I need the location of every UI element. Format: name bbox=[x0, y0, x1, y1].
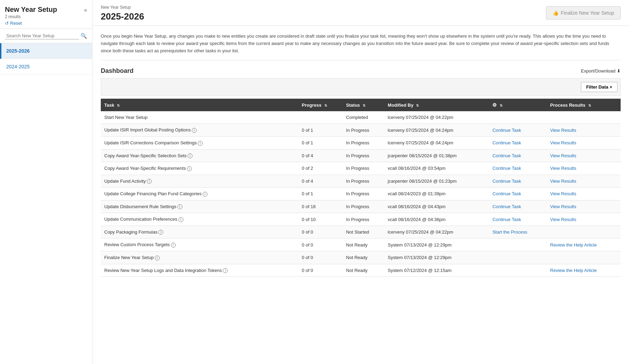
cell-progress: 0 of 0 bbox=[298, 238, 343, 251]
cell-task: Update ISIR Import Global Posting Option… bbox=[101, 124, 298, 137]
sort-icon-task: ⇅ bbox=[117, 104, 120, 107]
info-icon[interactable]: i bbox=[187, 166, 192, 171]
main-body: Once you begin New Year Setup, any chang… bbox=[92, 26, 629, 364]
action1-link[interactable]: Start the Process bbox=[492, 229, 527, 235]
main-header: New Year Setup 2025-2026 👍 Finalize New … bbox=[92, 0, 629, 26]
sidebar-results-count: 2 results bbox=[5, 14, 57, 19]
cell-status: Not Ready bbox=[343, 251, 384, 264]
action2-link[interactable]: Review the Help Article bbox=[550, 242, 597, 248]
action1-link[interactable]: Continue Task bbox=[492, 153, 521, 158]
cell-task: Update Fund Activityi bbox=[101, 175, 298, 188]
sort-icon-gear: ⇅ bbox=[500, 104, 502, 107]
action1-link[interactable]: Continue Task bbox=[492, 128, 521, 133]
info-icon[interactable]: i bbox=[192, 128, 197, 133]
description-text: Once you begin New Year Setup, any chang… bbox=[101, 33, 621, 60]
table-row: Update Communication Preferencesi0 of 10… bbox=[101, 213, 621, 226]
breadcrumb: New Year Setup bbox=[101, 5, 144, 10]
action2-link[interactable]: View Results bbox=[550, 140, 576, 145]
info-icon[interactable]: i bbox=[179, 217, 183, 222]
cell-action2: View Results bbox=[547, 124, 621, 137]
export-download-button[interactable]: Export/Download ⬇ bbox=[581, 68, 621, 74]
search-button[interactable]: 🔍 bbox=[81, 33, 87, 39]
info-icon[interactable]: i bbox=[203, 192, 207, 197]
table-row: Update College Financing Plan Fund Categ… bbox=[101, 188, 621, 200]
cell-action1: Continue Task bbox=[489, 200, 546, 213]
gear-settings-icon: ⚙ bbox=[492, 102, 497, 108]
reset-button[interactable]: ↺ Reset bbox=[5, 21, 22, 26]
col-progress[interactable]: Progress ⇅ bbox=[298, 99, 343, 111]
cell-action2: Review the Help Article bbox=[547, 238, 621, 251]
cell-progress: 0 of 1 bbox=[298, 124, 343, 137]
search-container: 🔍 bbox=[0, 29, 92, 43]
action1-link[interactable]: Continue Task bbox=[492, 204, 521, 209]
cell-status: Not Started bbox=[343, 226, 384, 238]
search-input[interactable] bbox=[5, 32, 79, 39]
cell-modified-by: lcerveny 07/25/2024 @ 04:22pm bbox=[384, 226, 489, 238]
action2-link[interactable]: View Results bbox=[550, 166, 576, 171]
info-icon[interactable]: i bbox=[188, 153, 192, 158]
filter-data-button[interactable]: Filter Data + bbox=[581, 82, 617, 92]
cell-status: Not Ready bbox=[343, 238, 384, 251]
table-row: Update Disbursement Rule Settingsi0 of 1… bbox=[101, 200, 621, 213]
cell-action1: Continue Task bbox=[489, 149, 546, 162]
cell-progress: 0 of 18 bbox=[298, 200, 343, 213]
info-icon[interactable]: i bbox=[171, 243, 176, 248]
cell-modified-by: jcarpenter 08/15/2024 @ 01:23pm bbox=[384, 175, 489, 188]
action2-link[interactable]: View Results bbox=[550, 191, 576, 196]
cell-modified-by: jcarpenter 08/15/2024 @ 01:38pm bbox=[384, 149, 489, 162]
info-icon[interactable]: i bbox=[177, 204, 182, 209]
page-title: 2025-2026 bbox=[101, 11, 144, 22]
cell-task: Start New Year Setup bbox=[101, 111, 298, 124]
action2-link[interactable]: View Results bbox=[550, 179, 576, 184]
action1-link[interactable]: Continue Task bbox=[492, 140, 521, 145]
col-process-results[interactable]: Process Results ⇅ bbox=[547, 99, 621, 111]
action1-link[interactable]: Continue Task bbox=[492, 166, 521, 171]
info-icon[interactable]: i bbox=[198, 141, 203, 146]
sidebar-item-2025-2026[interactable]: 2025-2026 bbox=[0, 43, 92, 59]
table-row: Review New Year Setup Logs and Data Inte… bbox=[101, 264, 621, 277]
col-modified-by[interactable]: Modified By ⇅ bbox=[384, 99, 489, 111]
action1-link[interactable]: Continue Task bbox=[492, 179, 521, 184]
data-table: Task ⇅ Progress ⇅ Status ⇅ Modified By ⇅… bbox=[101, 99, 621, 277]
cell-action2: View Results bbox=[547, 200, 621, 213]
cell-modified-by: vcall 08/16/2024 @ 04:36pm bbox=[384, 213, 489, 226]
action2-link[interactable]: View Results bbox=[550, 217, 576, 222]
col-status[interactable]: Status ⇅ bbox=[343, 99, 384, 111]
cell-action1: Continue Task bbox=[489, 136, 546, 149]
action2-link[interactable]: View Results bbox=[550, 153, 576, 158]
cell-progress: 0 of 2 bbox=[298, 162, 343, 175]
table-row: Update ISIR Corrections Comparison Setti… bbox=[101, 136, 621, 149]
table-body: Start New Year SetupCompletedlcerveny 07… bbox=[101, 111, 621, 276]
sort-icon-status: ⇅ bbox=[363, 104, 365, 107]
cell-status: Not Ready bbox=[343, 264, 384, 277]
cell-status: In Progress bbox=[343, 188, 384, 200]
cell-action1 bbox=[489, 238, 546, 251]
cell-progress: 0 of 0 bbox=[298, 226, 343, 238]
cell-status: In Progress bbox=[343, 149, 384, 162]
sort-icon-results: ⇅ bbox=[588, 104, 591, 107]
cell-modified-by: System 07/13/2024 @ 12:29pm bbox=[384, 251, 489, 264]
action2-link[interactable]: View Results bbox=[550, 204, 576, 209]
col-task[interactable]: Task ⇅ bbox=[101, 99, 298, 111]
sidebar-header: New Year Setup 2 results ↺ Reset « bbox=[0, 0, 92, 29]
info-icon[interactable]: i bbox=[147, 179, 152, 184]
cell-modified-by: vcall 08/16/2024 @ 04:43pm bbox=[384, 200, 489, 213]
collapse-icon[interactable]: « bbox=[84, 7, 87, 13]
table-row: Copy Packaging Formulasi0 of 0Not Starte… bbox=[101, 226, 621, 238]
action1-link[interactable]: Continue Task bbox=[492, 191, 521, 196]
sidebar-nav: 2025-2026 2024-2025 bbox=[0, 43, 92, 364]
cell-status: In Progress bbox=[343, 213, 384, 226]
action2-link[interactable]: View Results bbox=[550, 128, 576, 133]
sidebar-item-2024-2025[interactable]: 2024-2025 bbox=[0, 59, 92, 75]
col-gear[interactable]: ⚙ ⇅ bbox=[489, 99, 546, 111]
info-icon[interactable]: i bbox=[158, 230, 163, 235]
sort-icon-modified: ⇅ bbox=[416, 104, 419, 107]
info-icon[interactable]: i bbox=[155, 256, 160, 260]
finalize-button[interactable]: 👍 Finalize New Year Setup bbox=[546, 6, 621, 20]
cell-action2: View Results bbox=[547, 213, 621, 226]
cell-task: Finalize New Year Setupi bbox=[101, 251, 298, 264]
info-icon[interactable]: i bbox=[223, 268, 228, 273]
action2-link[interactable]: Review the Help Article bbox=[550, 268, 597, 273]
action1-link[interactable]: Continue Task bbox=[492, 217, 521, 222]
cell-modified-by: System 07/13/2024 @ 12:29pm bbox=[384, 238, 489, 251]
